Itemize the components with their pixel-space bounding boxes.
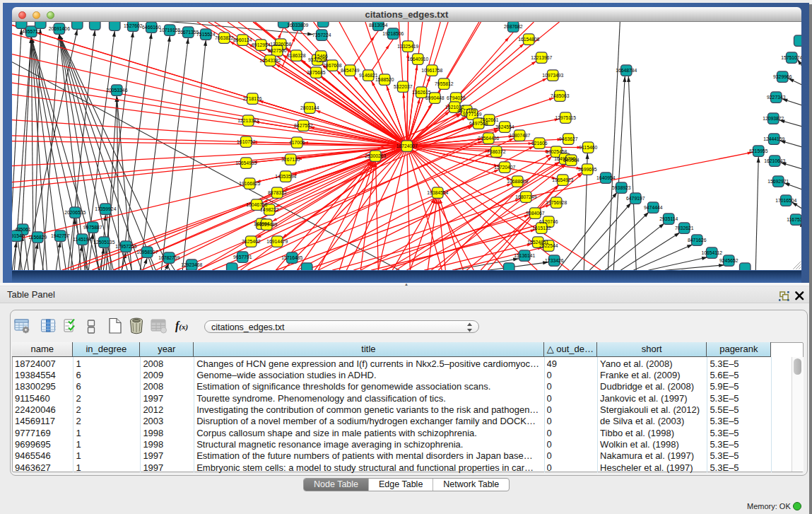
svg-text:8454749: 8454749 [341,68,360,73]
svg-text:2935114: 2935114 [659,216,678,221]
svg-text:8471626: 8471626 [688,238,707,243]
svg-text:6794028: 6794028 [447,95,466,100]
svg-text:12975115: 12975115 [555,115,576,120]
svg-text:7625402: 7625402 [242,239,261,244]
svg-text:1145194: 1145194 [73,237,91,242]
svg-text:9975887: 9975887 [83,225,102,230]
svg-text:1498222: 1498222 [260,207,279,212]
svg-text:19166825: 19166825 [239,181,260,186]
svg-text:2087682: 2087682 [504,24,523,29]
svg-text:5322037: 5322037 [394,84,413,89]
svg-text:9329966: 9329966 [773,74,792,79]
svg-text:15720407: 15720407 [494,165,515,170]
svg-text:1156829: 1156829 [28,235,47,240]
svg-text:8878332: 8878332 [268,190,287,195]
svg-text:5938923: 5938923 [612,185,631,190]
svg-text:16782759: 16782759 [158,255,180,260]
svg-text:20691406: 20691406 [48,26,69,31]
svg-text:16210643: 16210643 [764,158,785,163]
svg-text:1527602: 1527602 [124,23,143,28]
svg-text:19218506: 19218506 [382,31,404,36]
svg-text:9777169: 9777169 [463,112,482,117]
svg-text:10025458: 10025458 [546,149,567,154]
svg-text:17957255: 17957255 [115,244,136,249]
svg-text:8813054: 8813054 [369,23,388,28]
svg-text:10654935: 10654935 [235,160,257,165]
svg-text:7357224: 7357224 [312,33,331,37]
svg-text:10807487: 10807487 [509,133,530,138]
svg-text:7032621: 7032621 [675,226,694,230]
svg-text:12213967: 12213967 [531,55,552,60]
svg-text:7515524: 7515524 [196,32,216,37]
svg-text:16033809: 16033809 [287,23,308,28]
svg-text:9463627: 9463627 [559,136,578,141]
svg-text:13226058: 13226058 [270,42,291,47]
svg-text:17016504: 17016504 [775,198,796,203]
svg-text:25300263: 25300263 [365,153,386,158]
svg-text:9084067: 9084067 [526,211,545,216]
svg-text:13325419: 13325419 [397,44,418,49]
svg-text:417006: 417006 [289,140,305,145]
svg-text:9474444: 9474444 [644,205,663,210]
svg-text:6479197: 6479197 [626,196,645,201]
svg-text:8427552: 8427552 [294,123,313,128]
svg-text:9699695: 9699695 [578,167,597,172]
svg-text:3267130: 3267130 [281,157,300,162]
svg-text:2522544: 2522544 [539,243,558,248]
svg-text:16648784: 16648784 [616,68,637,73]
svg-text:8215955: 8215955 [749,148,768,153]
svg-text:435061: 435061 [15,227,31,232]
svg-text:12444159: 12444159 [763,136,784,141]
svg-text:19384554: 19384554 [427,190,448,195]
svg-text:19756928: 19756928 [546,200,567,205]
svg-text:9657791: 9657791 [233,255,252,259]
svg-text:7663822: 7663822 [215,35,234,40]
svg-text:9245652: 9245652 [719,258,739,263]
svg-text:16671355: 16671355 [177,30,199,35]
svg-text:8960124: 8960124 [233,37,252,42]
svg-text:10654112: 10654112 [701,250,722,255]
svg-text:1942757: 1942757 [51,233,70,238]
svg-text:3624554: 3624554 [495,124,514,129]
svg-text:15692971: 15692971 [767,179,789,184]
svg-text:16543382: 16543382 [259,58,281,63]
svg-text:9827500: 9827500 [268,48,287,53]
svg-text:1362615: 1362615 [412,90,431,95]
svg-text:10958107: 10958107 [136,250,158,255]
svg-text:849584: 849584 [563,158,579,163]
svg-text:3875685: 3875685 [307,70,326,75]
svg-text:621606: 621606 [531,141,548,146]
svg-text:17359924: 17359924 [95,206,116,211]
svg-text:12505135: 12505135 [93,240,114,245]
svg-text:1733426: 1733426 [545,258,564,263]
svg-text:20206535: 20206535 [64,210,86,215]
svg-text:16640910: 16640910 [407,57,428,62]
svg-text:16807249: 16807249 [515,194,536,199]
svg-text:18724007: 18724007 [396,144,417,148]
svg-text:1615132: 1615132 [532,226,551,230]
svg-text:8990448: 8990448 [425,95,445,100]
svg-text:10961758: 10961758 [421,68,442,73]
svg-text:391540: 391540 [12,233,25,238]
svg-text:7485063: 7485063 [551,93,570,98]
svg-text:10046756: 10046756 [246,202,267,207]
svg-text:7955812: 7955812 [435,81,454,86]
svg-text:7386372: 7386372 [487,149,506,154]
svg-text:16914479: 16914479 [266,239,288,244]
svg-text:12213383: 12213383 [237,118,259,123]
svg-text:15751074: 15751074 [781,55,801,60]
svg-text:8912954: 8912954 [252,42,271,47]
svg-text:6120746: 6120746 [539,219,558,224]
svg-text:16154808: 16154808 [518,37,539,42]
svg-text:14353594: 14353594 [275,174,296,179]
svg-text:1610752: 1610752 [237,139,256,144]
svg-text:1588520: 1588520 [375,77,394,82]
svg-text:2718176: 2718176 [243,96,262,101]
svg-text:10688609: 10688609 [507,179,528,184]
svg-text:9115460: 9115460 [579,145,597,150]
svg-text:8186328: 8186328 [287,53,306,58]
svg-text:6497568: 6497568 [469,121,488,126]
svg-text:21564436: 21564436 [478,136,499,141]
svg-text:19654923: 19654923 [552,177,573,182]
svg-text:10973493: 10973493 [542,73,563,78]
